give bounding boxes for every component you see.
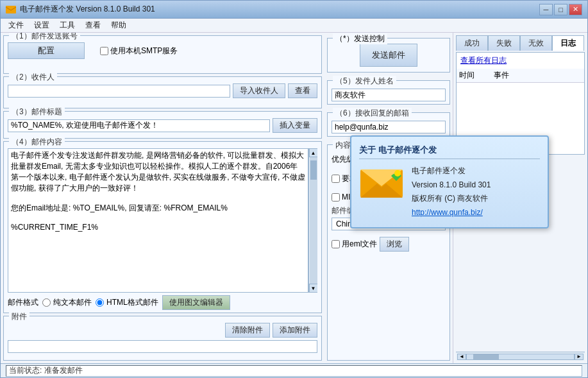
reply-email-title: （6）接收回复的邮箱 xyxy=(333,108,412,119)
subject-input[interactable] xyxy=(8,119,270,132)
recipients-row: 导入收件人 查看 xyxy=(8,83,317,98)
smtp-checkbox-label: 使用本机SMTP服务 xyxy=(100,46,178,56)
svg-point-4 xyxy=(394,170,401,176)
menu-tools[interactable]: 工具 xyxy=(55,19,80,32)
recipients-section-title: （2）收件人 xyxy=(9,72,57,83)
content-vscroll[interactable]: ▲ ▼ xyxy=(308,148,317,293)
about-copyright: 版权所有 (C) 商友软件 xyxy=(412,192,491,206)
right-tabs: 成功 失败 无效 日志 xyxy=(456,35,585,51)
add-attachment-button[interactable]: 添加附件 xyxy=(273,323,317,338)
format-row: 邮件格式 纯文本邮件 HTML格式邮件 使用图文编辑器 xyxy=(8,295,317,310)
subject-section: （3）邮件标题 插入变量 xyxy=(3,111,322,139)
about-title: 关于 电子邮件逐个发 xyxy=(359,144,540,159)
send-control-title: （*）发送控制 xyxy=(333,33,387,44)
tab-fail[interactable]: 失败 xyxy=(488,35,520,51)
scroll-left-arrow[interactable]: ◄ xyxy=(457,354,466,360)
sender-name-section: （5）发件人姓名 xyxy=(327,80,450,105)
attachment-buttons-row: 清除附件 添加附件 xyxy=(8,323,317,338)
tab-success[interactable]: 成功 xyxy=(456,35,488,51)
tab-invalid[interactable]: 无效 xyxy=(520,35,552,51)
sender-name-title: （5）发件人姓名 xyxy=(333,76,396,87)
status-text: 当前状态: 准备发邮件 xyxy=(6,365,582,377)
content-section-title: （4）邮件内容 xyxy=(9,137,65,148)
recipients-section: （2）收件人 导入收件人 查看 xyxy=(3,76,322,108)
format-plain-label: 纯文本邮件 xyxy=(42,297,92,308)
status-bar: 当前状态: 准备发邮件 xyxy=(1,363,587,377)
about-text: 电子邮件逐个发 Version 8.1.0 Build 301 版权所有 (C)… xyxy=(412,164,491,219)
main-window: 电子邮件逐个发 Version 8.1.0 Build 301 ─ □ ✕ 文件… xyxy=(0,0,588,378)
eml-file-checkbox[interactable] xyxy=(332,240,340,248)
menu-settings[interactable]: 设置 xyxy=(29,19,55,32)
eml-file-label: 用eml文件 xyxy=(332,239,377,250)
left-panel: （1）邮件发送账号 配置 使用本机SMTP服务 （2）收件人 导入收件人 查看 xyxy=(1,33,324,363)
maximize-button[interactable]: □ xyxy=(554,4,567,15)
tab-log[interactable]: 日志 xyxy=(552,35,584,51)
eml-row: 用eml文件 浏览 xyxy=(332,237,446,252)
menu-view[interactable]: 查看 xyxy=(80,19,106,32)
sender-name-input[interactable] xyxy=(332,89,446,101)
minimize-button[interactable]: ─ xyxy=(539,4,553,15)
view-all-logs-link[interactable]: 查看所有日志 xyxy=(457,53,584,69)
scroll-right-arrow[interactable]: ► xyxy=(575,354,584,360)
browse-button[interactable]: 浏览 xyxy=(380,237,409,252)
smtp-checkbox[interactable] xyxy=(100,47,108,55)
col-event: 事件 xyxy=(494,70,509,81)
about-version: Version 8.1.0 Build 301 xyxy=(412,178,491,193)
send-control-section: （*）发送控制 发送邮件 xyxy=(327,38,450,73)
menu-file[interactable]: 文件 xyxy=(3,19,29,32)
close-button[interactable]: ✕ xyxy=(569,4,582,15)
read-receipt-checkbox[interactable] xyxy=(332,175,340,183)
menu-bar: 文件 设置 工具 查看 帮助 xyxy=(1,19,587,33)
window-controls: ─ □ ✕ xyxy=(539,4,582,15)
attachment-section-title: 附件 xyxy=(9,311,29,322)
config-button[interactable]: 配置 xyxy=(8,42,85,59)
account-row: 配置 使用本机SMTP服务 xyxy=(8,42,317,59)
about-overlay: 关于 电子邮件逐个发 电子邮件逐个发 Version 8.1.0 Build 3… xyxy=(350,135,549,228)
import-recipients-button[interactable]: 导入收件人 xyxy=(233,83,285,98)
menu-help[interactable]: 帮助 xyxy=(106,19,131,32)
content-textarea-wrapper: 电子邮件逐个发专注发送邮件群发功能, 是网络营销必备的软件, 可以批量群发、模拟… xyxy=(8,148,317,293)
vscroll-down[interactable]: ▼ xyxy=(309,284,318,293)
col-time: 时间 xyxy=(459,70,475,81)
format-html-label: HTML格式邮件 xyxy=(96,297,158,308)
clear-attachment-button[interactable]: 清除附件 xyxy=(225,323,270,338)
reply-email-input[interactable] xyxy=(332,121,446,133)
insert-variable-button[interactable]: 插入变量 xyxy=(273,118,317,133)
svg-rect-0 xyxy=(6,6,16,13)
subject-section-title: （3）邮件标题 xyxy=(9,107,65,117)
h-scrollbar-thumb[interactable] xyxy=(473,354,499,359)
title-text: 电子邮件逐个发 Version 8.1.0 Build 301 xyxy=(20,4,539,15)
h-scrollbar-track xyxy=(466,354,575,360)
vscroll-track xyxy=(310,157,317,284)
recipients-input[interactable] xyxy=(8,85,230,98)
send-email-button[interactable]: 发送邮件 xyxy=(360,44,417,67)
envelope-icon xyxy=(359,164,404,200)
view-recipients-button[interactable]: 查看 xyxy=(288,83,317,98)
attachment-section: 附件 清除附件 添加附件 xyxy=(3,316,322,361)
title-bar: 电子邮件逐个发 Version 8.1.0 Build 301 ─ □ ✕ xyxy=(1,1,587,19)
about-app-name: 电子邮件逐个发 xyxy=(412,164,491,178)
mime-format-checkbox[interactable] xyxy=(332,193,340,202)
subject-row: 插入变量 xyxy=(8,118,317,133)
about-url-link[interactable]: http://www.qunfa.biz/ xyxy=(412,208,483,217)
format-editor-button[interactable]: 使用图文编辑器 xyxy=(162,295,230,310)
content-textarea[interactable]: 电子邮件逐个发专注发送邮件群发功能, 是网络营销必备的软件, 可以批量群发、模拟… xyxy=(8,148,308,293)
reply-email-section: （6）接收回复的邮箱 xyxy=(327,112,450,137)
right-panel: 成功 失败 无效 日志 查看所有日志 时间 事件 关于 电子邮件逐个发 xyxy=(453,33,587,363)
content-area: （1）邮件发送账号 配置 使用本机SMTP服务 （2）收件人 导入收件人 查看 xyxy=(1,33,587,363)
account-section-title: （1）邮件发送账号 xyxy=(9,33,80,42)
vscroll-thumb[interactable] xyxy=(310,160,317,180)
account-section: （1）邮件发送账号 配置 使用本机SMTP服务 xyxy=(3,35,322,74)
h-scrollbar[interactable]: ◄ ► xyxy=(456,352,585,361)
format-label: 邮件格式 xyxy=(8,297,38,308)
format-html-radio[interactable] xyxy=(96,298,104,307)
log-header-row: 时间 事件 xyxy=(457,69,584,83)
about-body: 电子邮件逐个发 Version 8.1.0 Build 301 版权所有 (C)… xyxy=(359,164,540,219)
app-icon xyxy=(6,4,16,15)
content-section: （4）邮件内容 电子邮件逐个发专注发送邮件群发功能, 是网络营销必备的软件, 可… xyxy=(3,141,322,313)
attachment-list xyxy=(8,340,317,353)
format-plain-radio[interactable] xyxy=(42,298,51,307)
vscroll-up[interactable]: ▲ xyxy=(309,148,318,157)
